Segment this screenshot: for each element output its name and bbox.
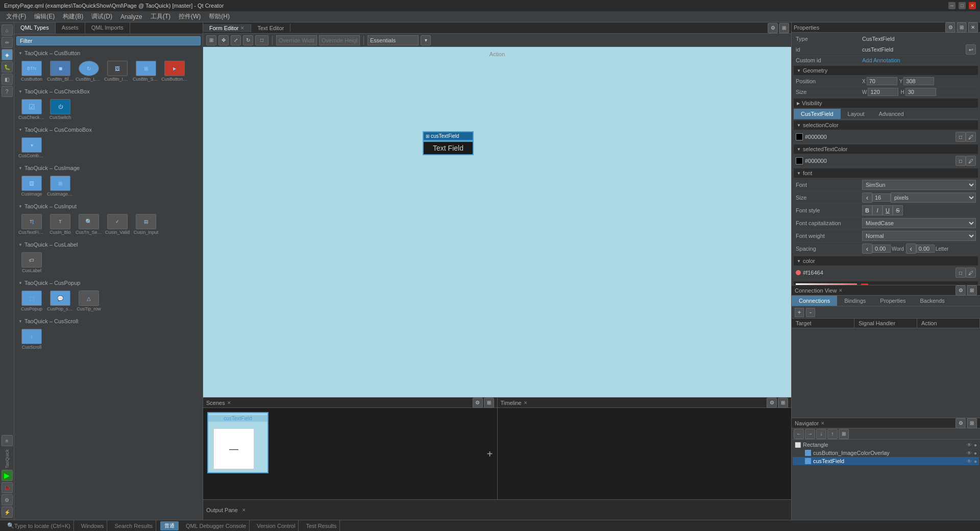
font-bold-button[interactable]: B xyxy=(862,205,872,215)
status-locate[interactable]: 🔍 Type to locate (Ctrl+K) xyxy=(4,520,74,531)
color-swatch-red[interactable] xyxy=(796,270,801,275)
comp-cusbtn-next[interactable]: ▶CusButton_Nex xyxy=(161,60,188,83)
conn-add-btn[interactable]: + xyxy=(795,308,804,317)
nav-item-cusbutton-overlay[interactable]: cusButton_ImageColorOverlay 👁 ● xyxy=(793,449,979,457)
selected-text-color-picker[interactable]: 🖊 xyxy=(966,156,976,166)
mode-welcome[interactable]: ⌂ xyxy=(2,25,13,36)
add-scene-button[interactable]: + xyxy=(487,448,493,460)
font-section[interactable]: ▼ font xyxy=(794,168,978,178)
font-underline-button[interactable]: U xyxy=(883,205,893,215)
edit-select-all[interactable]: ⊞ xyxy=(206,35,216,45)
nav-cusbutton-eye-icon[interactable]: 👁 xyxy=(967,450,972,456)
status-debugger[interactable]: QML Debugger Console xyxy=(183,520,250,531)
selection-color-section[interactable]: ▼ selectionColor xyxy=(794,120,978,130)
selected-text-color-reset[interactable]: □ xyxy=(955,156,966,166)
spacing-letter-decrement[interactable]: ‹ xyxy=(906,244,916,254)
scene-preview[interactable]: cusTextField — xyxy=(207,412,268,473)
nav-expand-btn[interactable]: ⊞ xyxy=(967,418,977,428)
visibility-section[interactable]: ▶ Visibility xyxy=(794,99,978,108)
nav-rectangle-lock-icon[interactable]: ● xyxy=(974,442,977,448)
selected-text-color-section[interactable]: ▼ selectedTextColor xyxy=(794,144,978,154)
timeline-expand-btn[interactable]: ⊞ xyxy=(778,398,788,408)
comp-cusin-valid[interactable]: ✓CusIn_Valid xyxy=(104,213,131,236)
menu-tools[interactable]: 工具(T) xyxy=(146,11,175,22)
widget-body[interactable]: Text Field xyxy=(423,141,474,155)
canvas-area[interactable]: Action ⊞ cusTextField Text Field xyxy=(203,47,791,397)
font-strikethrough-button[interactable]: S xyxy=(893,205,903,215)
add-annotation-btn[interactable]: Add Annotation xyxy=(862,57,976,63)
position-y-input[interactable] xyxy=(903,77,934,85)
group-header-cuscheckbox[interactable]: ▼ TaoQuick – CusCheckBox xyxy=(15,87,202,96)
tab-form-editor[interactable]: Form Editor ✕ xyxy=(203,24,251,32)
tab-advanced-main[interactable]: Advanced xyxy=(872,109,911,119)
comp-cusbtn-image[interactable]: 🖼CusBtn_Image xyxy=(104,60,131,83)
comp-custextfield[interactable]: T|CusTextField xyxy=(18,213,45,236)
menu-build[interactable]: 构建(B) xyxy=(59,11,87,22)
props-settings-btn[interactable]: ⚙ xyxy=(945,22,955,33)
props-expand-btn[interactable]: ⊞ xyxy=(957,22,967,33)
nav-down-btn[interactable]: ↓ xyxy=(816,429,826,439)
override-height-input[interactable] xyxy=(319,35,360,45)
comp-cusscroll[interactable]: ↕CusScroll xyxy=(18,328,45,351)
props-close-btn[interactable]: ✕ xyxy=(968,22,978,33)
menu-file[interactable]: 文件(F) xyxy=(2,11,30,22)
comp-cusbtn-series[interactable]: ⊞CusBtn_Series xyxy=(133,60,159,83)
conn-remove-btn[interactable]: - xyxy=(806,308,815,317)
comp-custip-row[interactable]: △CusTip_row xyxy=(76,289,102,312)
timeline-settings-btn[interactable]: ⚙ xyxy=(767,398,777,408)
menu-help[interactable]: 帮助(H) xyxy=(205,11,234,22)
close-button[interactable]: ✕ xyxy=(969,2,976,9)
id-reset-btn[interactable]: ↩ xyxy=(966,44,976,55)
tab-custextfield-main[interactable]: CusTextField xyxy=(794,109,841,119)
mode-debug2[interactable]: 🐞 xyxy=(2,482,13,493)
nav-item-custextfield[interactable]: cusTextField 👁 ● xyxy=(793,457,979,465)
position-x-input[interactable] xyxy=(867,77,897,85)
group-header-cuslabel[interactable]: ▼ TaoQuick – CusLabel xyxy=(15,240,202,249)
nav-custextfield-lock-icon[interactable]: ● xyxy=(974,458,977,464)
edit-rotate[interactable]: ↻ xyxy=(243,35,253,45)
group-header-cusimage[interactable]: ▼ TaoQuick – CusImage xyxy=(15,163,202,173)
color-picker-btn[interactable]: 🖊 xyxy=(966,268,976,278)
mode-projects[interactable]: ◧ xyxy=(2,74,13,85)
comp-cusswitch[interactable]: ⏻CusSwitch xyxy=(47,98,74,121)
conn-settings-btn[interactable]: ⚙ xyxy=(955,285,966,296)
menu-edit[interactable]: 编辑(E) xyxy=(30,11,59,22)
selection-color-swatch[interactable] xyxy=(796,133,803,140)
nav-cusbutton-lock-icon[interactable]: ● xyxy=(974,450,977,456)
nav-forward-btn[interactable]: → xyxy=(805,429,815,439)
mode-build2[interactable]: ⚙ xyxy=(2,494,13,505)
conn-tab-backends[interactable]: Backends xyxy=(913,296,952,306)
mode-debug[interactable]: 🐛 xyxy=(2,61,13,73)
comp-cusbtn-blue[interactable]: ◼CusBtn_Blue xyxy=(47,60,74,83)
comp-cuspop-sage[interactable]: 💬CusPop_sage xyxy=(47,289,74,312)
nav-item-rectangle[interactable]: ⬜ Rectangle 👁 ● xyxy=(793,441,979,449)
tab-text-editor[interactable]: Text Editor xyxy=(251,24,290,32)
color-reset-btn[interactable]: □ xyxy=(955,268,966,278)
mode-analyze2[interactable]: ⚡ xyxy=(2,506,13,518)
edit-scale[interactable]: ⤢ xyxy=(231,35,241,45)
minimize-button[interactable]: ─ xyxy=(948,2,955,9)
conn-expand-btn[interactable]: ⊞ xyxy=(967,285,977,296)
size-h-input[interactable] xyxy=(905,88,936,96)
nav-back-btn[interactable]: ← xyxy=(794,429,804,439)
canvas-widget[interactable]: ⊞ cusTextField Text Field xyxy=(423,131,474,155)
menu-analyze[interactable]: Analyze xyxy=(116,12,146,21)
output-close-icon[interactable]: ✕ xyxy=(242,508,246,513)
comp-cusin-input[interactable]: ▤CusIn_Input xyxy=(133,213,159,236)
tab-form-editor-close[interactable]: ✕ xyxy=(240,26,244,31)
color-gradient[interactable] xyxy=(796,283,857,285)
status-version-control[interactable]: Version Control xyxy=(254,520,299,531)
conn-tab-connections[interactable]: Connections xyxy=(792,296,837,306)
nav-custextfield-eye-icon[interactable]: 👁 xyxy=(967,458,972,464)
group-header-cusbutton[interactable]: ▼ TaoQuick – CusButton xyxy=(15,49,202,58)
size-w-input[interactable] xyxy=(868,88,898,96)
scenes-expand-btn[interactable]: ⊞ xyxy=(484,398,494,408)
nav-up-btn[interactable]: ↑ xyxy=(827,429,838,439)
zoom-input[interactable] xyxy=(368,35,419,45)
selection-color-reset[interactable]: □ xyxy=(955,132,966,142)
timeline-close-icon[interactable]: ✕ xyxy=(524,400,528,405)
edit-fit[interactable]: □ xyxy=(255,35,268,45)
status-search[interactable]: Search Results xyxy=(111,520,156,531)
scenes-settings-btn[interactable]: ⚙ xyxy=(473,398,483,408)
comp-cusimage[interactable]: 🖼CusImage xyxy=(18,175,45,198)
